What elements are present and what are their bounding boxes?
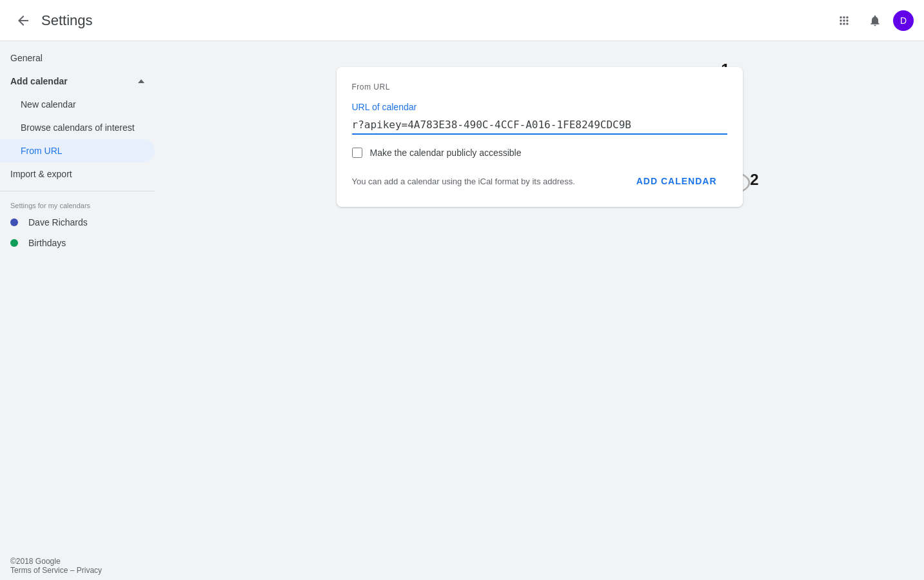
dave-calendar-name: Dave Richards (28, 217, 88, 227)
checkbox-label[interactable]: Make the calendar publicly accessible (370, 148, 522, 158)
footer-separator: – (70, 566, 75, 575)
settings-for-label: Settings for my calendars (0, 197, 155, 212)
url-field-label: URL of calendar (352, 102, 727, 112)
checkbox-row: Make the calendar publicly accessible (352, 148, 727, 158)
topbar-icons: D (831, 8, 914, 34)
back-button[interactable] (10, 8, 36, 34)
annotation-2: 2 (750, 171, 758, 189)
copyright: ©2018 Google (10, 557, 61, 566)
calendar-item-dave[interactable]: Dave Richards (0, 212, 155, 233)
from-url-card: From URL URL of calendar Make the calend… (337, 67, 743, 207)
sidebar-item-general[interactable]: General (0, 46, 155, 70)
card-section-label: From URL (352, 82, 727, 92)
apps-icon[interactable] (831, 8, 857, 34)
chevron-up-icon (138, 79, 144, 83)
card-footer-text: You can add a calendar using the iCal fo… (352, 177, 575, 186)
sidebar-item-browse-calendars[interactable]: Browse calendars of interest (0, 116, 155, 139)
avatar[interactable]: D (893, 10, 914, 31)
notification-icon[interactable] (862, 8, 888, 34)
birthdays-calendar-name: Birthdays (28, 238, 66, 248)
public-checkbox[interactable] (352, 148, 362, 158)
card-footer: You can add a calendar using the iCal fo… (352, 171, 727, 191)
sidebar: General Add calendar New calendar Browse… (0, 41, 155, 580)
calendar-item-birthdays[interactable]: Birthdays (0, 233, 155, 253)
sidebar-item-from-url[interactable]: From URL (0, 139, 155, 162)
terms-link[interactable]: Terms of Service (10, 566, 68, 575)
layout: General Add calendar New calendar Browse… (0, 41, 924, 580)
sidebar-item-new-calendar[interactable]: New calendar (0, 93, 155, 116)
sidebar-item-import-export[interactable]: Import & export (0, 162, 155, 186)
url-input[interactable] (352, 116, 727, 135)
page-title: Settings (41, 12, 831, 29)
birthdays-calendar-dot (10, 239, 18, 247)
footer: ©2018 Google Terms of Service – Privacy (0, 552, 112, 580)
topbar: Settings D (0, 0, 924, 41)
privacy-link[interactable]: Privacy (77, 566, 102, 575)
add-calendar-button[interactable]: ADD CALENDAR (626, 171, 727, 191)
main-content: 1 2 From URL URL of calendar Make the ca… (155, 41, 924, 580)
sidebar-add-calendar-header[interactable]: Add calendar (0, 70, 155, 93)
dave-calendar-dot (10, 218, 18, 226)
sidebar-divider (0, 191, 155, 191)
